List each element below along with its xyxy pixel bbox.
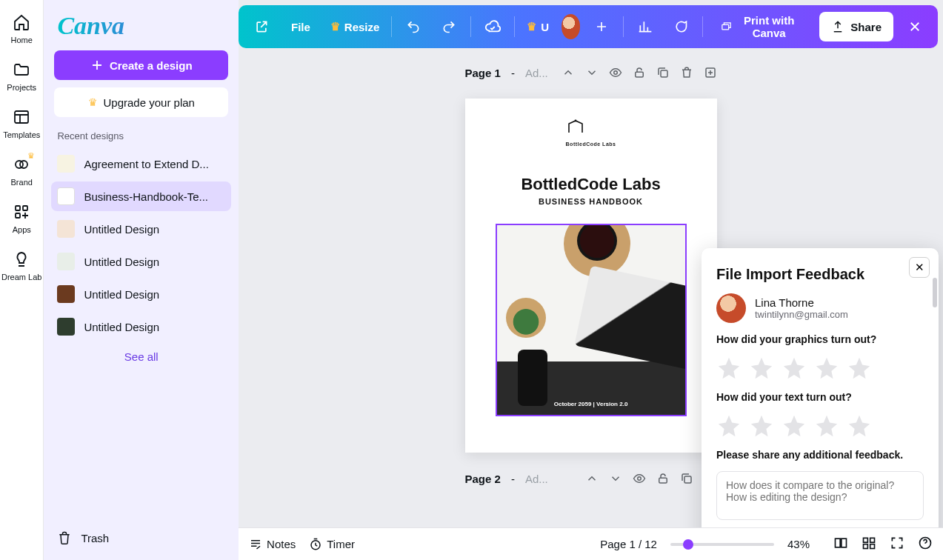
trash-button[interactable]: Trash — [51, 524, 231, 548]
visibility-icon[interactable] — [609, 66, 622, 79]
doc-logo: BottledCode Labs — [566, 119, 616, 147]
svg-rect-8 — [635, 72, 643, 77]
undo-button[interactable] — [399, 13, 427, 41]
close-feedback-button[interactable]: ✕ — [909, 257, 930, 278]
chevron-up-icon[interactable] — [585, 472, 599, 485]
star-4[interactable] — [814, 356, 839, 381]
rail-dreamlab-label: Dream Lab — [1, 273, 41, 281]
comments-button[interactable] — [667, 13, 695, 41]
canva-logo[interactable]: Canva — [57, 12, 225, 40]
doc-subtitle: BUSINESS HANDBOOK — [539, 197, 643, 206]
design-item[interactable]: Untitled Design — [51, 247, 231, 276]
feedback-textarea[interactable] — [716, 471, 924, 520]
main-area: File ♛Resize ♛U Print with Canva Share P… — [239, 0, 943, 560]
chevron-down-icon[interactable] — [585, 66, 599, 79]
rail-projects[interactable]: Projects — [7, 61, 36, 92]
rail-apps[interactable]: Apps — [13, 203, 31, 234]
design-item[interactable]: Untitled Design — [51, 312, 231, 341]
divider — [702, 16, 703, 37]
design-item[interactable]: Business-Handbook-Te... — [51, 181, 231, 211]
add-member-button[interactable] — [587, 13, 616, 41]
upgrade-plan-button[interactable]: ♛ Upgrade your plan — [54, 87, 228, 117]
divider — [470, 16, 471, 37]
chevron-down-icon[interactable] — [609, 472, 622, 485]
grid-view-button[interactable] — [833, 536, 848, 553]
file-menu-button[interactable]: File — [283, 13, 319, 41]
star-5[interactable] — [847, 356, 872, 381]
lock-icon[interactable] — [656, 472, 670, 485]
star-2[interactable] — [749, 356, 774, 381]
canvas-area[interactable]: Page 1 - Ad... BottledCode Labs — [239, 48, 943, 527]
star-4[interactable] — [814, 413, 839, 439]
recent-designs-heading: Recent designs — [57, 130, 225, 141]
rail-dreamlab[interactable]: Dream Lab — [1, 250, 41, 281]
fullscreen-button[interactable] — [890, 536, 904, 553]
feedback-question-2: How did your text turn out? — [716, 391, 924, 403]
star-1[interactable] — [716, 356, 742, 381]
open-external-button[interactable] — [247, 13, 276, 41]
rail-templates[interactable]: Templates — [3, 108, 40, 139]
cloud-sync-button[interactable] — [479, 13, 507, 41]
star-3[interactable] — [782, 413, 807, 439]
print-button[interactable]: Print with Canva — [710, 13, 812, 41]
lock-icon[interactable] — [633, 66, 646, 79]
dream-icon — [13, 250, 30, 268]
visibility-icon[interactable] — [633, 472, 646, 485]
design-item[interactable]: Agreement to Extend D... — [51, 149, 231, 179]
doc-version: October 2059 | Version 2.0 — [497, 401, 685, 407]
star-5[interactable] — [847, 413, 872, 439]
editor-topbar: File ♛Resize ♛U Print with Canva Share — [239, 5, 938, 48]
plus-icon — [90, 59, 104, 72]
share-button[interactable]: Share — [819, 12, 893, 41]
user-pro-button[interactable]: ♛U — [522, 13, 554, 41]
help-button[interactable] — [918, 536, 933, 553]
brand-icon — [13, 156, 30, 173]
create-design-label: Create a design — [110, 59, 193, 72]
rail-brand[interactable]: Brand — [11, 156, 33, 187]
feedback-panel: ✕ File Import Feedback Lina Thorne twint… — [702, 248, 939, 527]
duplicate-icon[interactable] — [656, 66, 670, 79]
star-2[interactable] — [749, 413, 774, 439]
scrollbar[interactable] — [933, 278, 937, 307]
rail-home[interactable]: Home — [11, 13, 33, 44]
timer-button[interactable]: Timer — [309, 538, 355, 551]
analytics-button[interactable] — [631, 13, 659, 41]
add-page-title[interactable]: Ad... — [525, 473, 548, 485]
user-avatar[interactable] — [562, 14, 581, 39]
svg-point-7 — [613, 71, 617, 75]
add-page-title[interactable]: Ad... — [525, 67, 548, 79]
thumbnail-view-button[interactable] — [862, 536, 876, 553]
divider — [623, 16, 624, 37]
divider — [391, 16, 392, 37]
sidebar: Canva Create a design ♛ Upgrade your pla… — [44, 0, 239, 560]
close-editor-button[interactable] — [901, 13, 929, 41]
svg-rect-4 — [23, 206, 27, 210]
svg-rect-21 — [870, 544, 875, 549]
zoom-level: 43% — [787, 538, 810, 550]
svg-rect-14 — [684, 476, 691, 483]
design-item[interactable]: Untitled Design — [51, 279, 231, 309]
doc-hero-image[interactable]: October 2059 | Version 2.0 — [496, 224, 687, 416]
svg-rect-0 — [15, 111, 28, 123]
zoom-slider[interactable] — [670, 543, 774, 546]
star-3[interactable] — [782, 356, 807, 381]
star-1[interactable] — [716, 413, 742, 439]
resize-button[interactable]: ♛Resize — [326, 13, 384, 41]
feedback-user-email: twintilynn@gmail.com — [755, 309, 848, 320]
create-design-button[interactable]: Create a design — [54, 50, 228, 80]
duplicate-icon[interactable] — [680, 472, 693, 485]
notes-button[interactable]: Notes — [249, 538, 296, 551]
page-2-header: Page 2 - Ad... — [465, 472, 717, 485]
svg-rect-19 — [870, 538, 875, 542]
chevron-up-icon[interactable] — [562, 66, 575, 79]
page-1-canvas[interactable]: BottledCode Labs BottledCode Labs BUSINE… — [465, 99, 717, 453]
svg-rect-6 — [722, 24, 729, 29]
add-page-icon[interactable] — [704, 66, 717, 79]
svg-rect-17 — [842, 539, 847, 547]
design-item[interactable]: Untitled Design — [51, 214, 231, 244]
svg-rect-18 — [864, 538, 868, 542]
delete-page-icon[interactable] — [680, 66, 693, 79]
redo-button[interactable] — [435, 13, 463, 41]
see-all-link[interactable]: See all — [51, 350, 231, 363]
svg-rect-16 — [836, 539, 841, 547]
